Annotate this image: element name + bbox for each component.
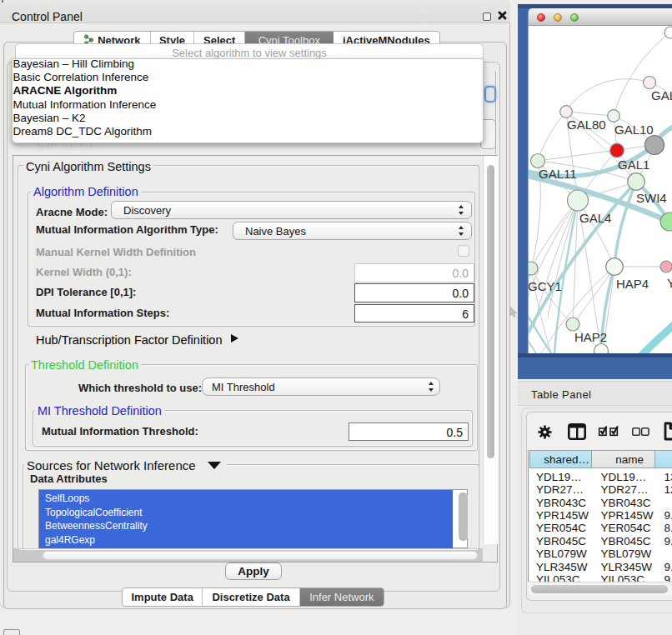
svg-text:Y: Y xyxy=(667,276,672,290)
svg-text:GAL1: GAL1 xyxy=(618,158,649,172)
svg-text:GAL80: GAL80 xyxy=(567,118,606,132)
svg-text:GAL11: GAL11 xyxy=(539,167,577,181)
svg-text:GAL2: GAL2 xyxy=(651,88,672,102)
svg-text:HAP4: HAP4 xyxy=(616,277,649,291)
svg-text:GCY1: GCY1 xyxy=(529,279,562,293)
svg-text:HAP2: HAP2 xyxy=(574,330,607,344)
svg-text:GAL10: GAL10 xyxy=(614,122,654,137)
svg-text:SWI4: SWI4 xyxy=(636,191,667,205)
svg-text:GAL4: GAL4 xyxy=(579,211,611,225)
